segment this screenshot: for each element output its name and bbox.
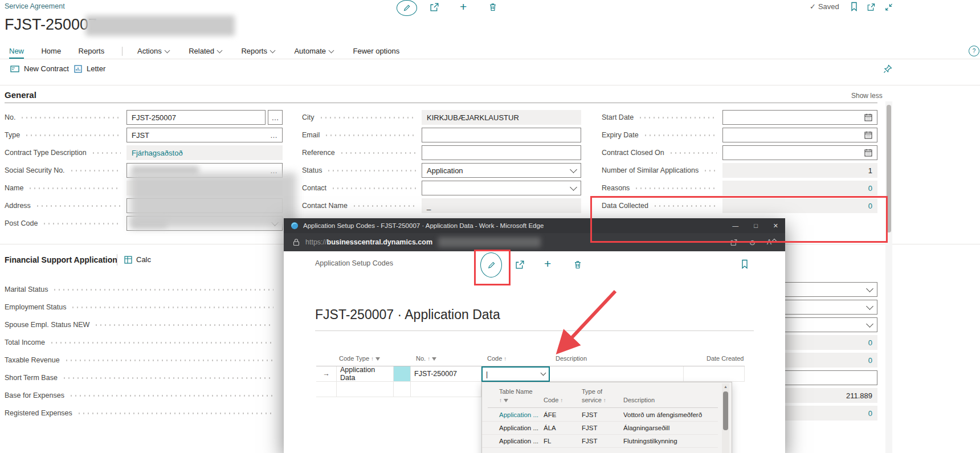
tab-reports[interactable]: Reports xyxy=(79,47,105,58)
reasons-value[interactable]: 0 xyxy=(868,184,872,193)
no-assist-button[interactable]: … xyxy=(268,110,283,125)
total-income-value[interactable]: 0 xyxy=(868,338,872,347)
new-contract-button[interactable]: New Contract xyxy=(10,64,69,73)
scroll-up-icon[interactable]: ▲ xyxy=(722,383,729,389)
chevron-down-icon xyxy=(329,47,334,53)
popup-titlebar[interactable]: Application Setup Codes - FJST-250007 · … xyxy=(284,218,785,233)
popup-delete-button[interactable] xyxy=(573,260,582,270)
grid-cell-description[interactable] xyxy=(550,366,684,382)
calendar-icon[interactable] xyxy=(864,149,872,157)
lookup-scrollbar[interactable]: ▲ xyxy=(722,383,729,453)
fewer-options-button[interactable]: Fewer options xyxy=(353,47,400,55)
calc-button[interactable]: Calc xyxy=(124,255,151,264)
contract-type-description-value[interactable]: Fjárhagsaðstoð xyxy=(132,149,183,157)
type-assist-button[interactable]: … xyxy=(270,131,277,140)
contact-select[interactable] xyxy=(422,181,581,195)
grid-cell-empty[interactable] xyxy=(394,382,411,397)
add-button[interactable]: + xyxy=(460,0,467,14)
share-button[interactable] xyxy=(430,2,439,12)
grid-header-code[interactable]: Code↑ xyxy=(487,355,507,362)
dotted-leader xyxy=(319,117,416,119)
status-select[interactable]: Application xyxy=(422,163,581,178)
grid-cell-no[interactable]: FJST-250007 xyxy=(411,366,481,382)
popup-edit-button[interactable] xyxy=(480,252,502,277)
expiry-date-field[interactable] xyxy=(722,128,877,142)
dotted-leader xyxy=(70,170,121,172)
open-in-window-button[interactable] xyxy=(867,3,876,11)
grid-cell-selected[interactable] xyxy=(394,366,411,382)
popup-urlbar[interactable]: https://businesscentral.dynamics.com ⊖ A xyxy=(284,233,785,251)
chevron-down-icon[interactable] xyxy=(541,370,546,376)
zoom-out-icon[interactable]: ⊖ xyxy=(749,238,756,247)
calendar-icon[interactable] xyxy=(864,131,872,139)
start-date-field[interactable] xyxy=(722,110,877,125)
popup-share-button[interactable] xyxy=(515,260,525,270)
exit-fullscreen-button[interactable] xyxy=(884,3,893,11)
close-button[interactable]: ✕ xyxy=(773,222,778,230)
base-for-expenses-value: 211.889 xyxy=(846,391,872,400)
lookup-row[interactable]: Application ... ÁLA FJST Álagningarseðil… xyxy=(482,421,718,435)
lookup-header-type1[interactable]: Type of xyxy=(582,388,602,395)
contract-closed-field[interactable] xyxy=(722,145,877,160)
menu-related[interactable]: Related xyxy=(189,47,222,55)
taxable-revenue-value[interactable]: 0 xyxy=(868,356,872,365)
show-less-button[interactable]: Show less xyxy=(851,92,883,100)
base-for-expenses-label: Base for Expenses xyxy=(5,391,64,399)
delete-button[interactable] xyxy=(488,2,497,12)
lookup-header-table-name[interactable]: Table Name xyxy=(499,388,533,395)
no-field[interactable]: FJST-250007 xyxy=(126,110,266,125)
row-selector-cell[interactable] xyxy=(316,382,337,397)
edge-favicon xyxy=(291,222,299,230)
sort-asc-icon: ↑ xyxy=(603,397,606,403)
collapse-icon xyxy=(884,3,893,11)
main-scrollbar-thumb[interactable] xyxy=(887,105,891,232)
open-in-browser-icon[interactable] xyxy=(730,239,738,246)
data-collected-value[interactable]: 0 xyxy=(868,202,872,210)
edit-button[interactable] xyxy=(397,0,417,16)
code-combobox[interactable]: | xyxy=(481,366,550,382)
calendar-icon[interactable] xyxy=(864,113,872,121)
lookup-header-code[interactable]: Code↑ xyxy=(544,397,563,403)
help-icon[interactable]: ? xyxy=(969,46,979,56)
pin-button[interactable] xyxy=(883,64,892,74)
menu-actions[interactable]: Actions xyxy=(137,47,169,55)
letter-button[interactable]: Letter xyxy=(74,64,105,73)
tab-home[interactable]: Home xyxy=(41,47,61,58)
registered-expenses-label: Registered Expenses xyxy=(5,409,72,417)
grid-cell-empty[interactable] xyxy=(411,382,481,397)
grid-header-code-type[interactable]: Code Type↑ xyxy=(339,355,380,362)
saved-label: Saved xyxy=(818,2,839,11)
lookup-row[interactable]: Application ... FL FJST Flutningstilkynn… xyxy=(482,434,718,448)
registered-expenses-value[interactable]: 0 xyxy=(868,409,872,418)
grid-cell-date-created[interactable] xyxy=(684,366,745,382)
grid-header-date-created[interactable]: Date Created xyxy=(707,355,744,362)
lookup-header-description[interactable]: Description xyxy=(623,397,655,403)
menu-reports[interactable]: Reports xyxy=(241,47,275,55)
lookup-scrollbar-thumb[interactable] xyxy=(723,391,728,430)
spouse-empl-status-label: Spouse Empl. Status NEW xyxy=(5,321,89,329)
type-field[interactable]: FJST… xyxy=(126,128,283,142)
dotted-leader xyxy=(62,377,273,379)
text-size-icon[interactable]: A xyxy=(767,238,776,246)
trash-icon xyxy=(488,2,497,12)
dotted-leader xyxy=(42,223,121,225)
dotted-leader xyxy=(634,187,717,189)
grid-cell-empty[interactable] xyxy=(337,382,394,397)
maximize-button[interactable]: □ xyxy=(754,222,758,229)
popup-add-button[interactable]: + xyxy=(544,257,551,271)
contact-label: Contact xyxy=(302,184,326,192)
popup-window: Application Setup Codes - FJST-250007 · … xyxy=(284,218,785,453)
reference-field[interactable] xyxy=(422,145,581,160)
grid-header-no[interactable]: No.↑ xyxy=(416,355,436,362)
tab-new[interactable]: New xyxy=(9,47,24,59)
grid-cell-code-type[interactable]: Application Data xyxy=(337,366,394,382)
share-icon xyxy=(430,2,439,12)
minimize-button[interactable]: — xyxy=(732,222,738,229)
popup-bookmark-button[interactable] xyxy=(741,259,749,269)
lookup-row[interactable]: Application ... ÁFE FJST Vottorð um áfen… xyxy=(482,408,718,422)
email-field[interactable] xyxy=(422,128,581,142)
row-selector-cell[interactable]: → xyxy=(316,366,337,382)
menu-automate[interactable]: Automate xyxy=(294,47,333,55)
bookmark-button[interactable] xyxy=(850,2,858,11)
lookup-table-name-link[interactable]: Application ... xyxy=(499,411,538,418)
